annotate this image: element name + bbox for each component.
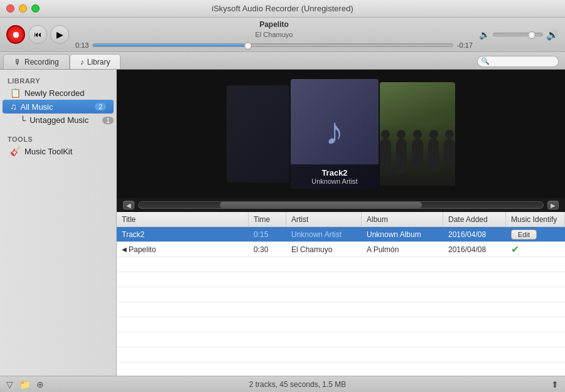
check-icon: ✔ bbox=[511, 243, 519, 255]
speaker-icon: ◀ bbox=[122, 246, 127, 253]
all-music-badge: 2 bbox=[95, 103, 106, 110]
table-row-empty bbox=[117, 302, 565, 317]
window-title: iSkysoft Audio Recorder (Unregistered) bbox=[212, 4, 353, 13]
progress-row: 0:13 -0:17 bbox=[75, 41, 473, 49]
album-track-title: Track2 bbox=[296, 168, 374, 177]
td-title: Track2 bbox=[117, 227, 249, 241]
sidebar-item-newly-recorded[interactable]: 📋 Newly Recorded bbox=[3, 86, 114, 100]
album-area: ♪ Track2 Unknown Artist bbox=[117, 70, 565, 198]
table-row-empty bbox=[117, 287, 565, 302]
newly-recorded-icon: 📋 bbox=[10, 88, 21, 98]
minimize-button[interactable] bbox=[19, 4, 27, 13]
record-button[interactable]: ⏺ bbox=[6, 25, 25, 44]
tab-recording[interactable]: 🎙 Recording bbox=[3, 54, 70, 69]
person-1 bbox=[380, 139, 391, 170]
sidebar-item-all-music[interactable]: ♫ All Music 2 bbox=[3, 100, 114, 114]
maximize-button[interactable] bbox=[31, 4, 40, 13]
th-date-added: Date Added bbox=[443, 212, 506, 226]
td-artist: El Chamuyo bbox=[286, 242, 362, 257]
person-3 bbox=[412, 139, 423, 167]
papelito-title: Papelito bbox=[129, 245, 156, 254]
search-container: 🔍 bbox=[477, 56, 559, 67]
tools-section-header: TOOLS bbox=[0, 133, 116, 144]
scroll-right-button[interactable]: ▶ bbox=[547, 201, 559, 209]
music-toolkit-label: Music ToolKit bbox=[24, 147, 106, 156]
bottom-bar: ▽ 📁 ⊕ 2 tracks, 45 seconds, 1.5 MB ⬆ bbox=[0, 376, 565, 392]
library-tab-icon: ♪ bbox=[80, 58, 84, 66]
table-row-empty bbox=[117, 332, 565, 347]
person-4 bbox=[428, 139, 439, 170]
export-icon[interactable]: ⬆ bbox=[551, 379, 559, 389]
tab-library[interactable]: ♪ Library bbox=[70, 54, 121, 69]
person-5 bbox=[444, 139, 455, 165]
volume-low-icon: 🔈 bbox=[479, 29, 490, 40]
volume-area: 🔈 🔊 bbox=[479, 29, 559, 41]
add-icon[interactable]: ⊕ bbox=[36, 379, 44, 389]
untagged-music-label: Untagged Music bbox=[30, 115, 99, 125]
scroll-thumb bbox=[220, 202, 422, 208]
music-note-icon: ♪ bbox=[325, 110, 344, 153]
table-row[interactable]: Track2 0:15 Unknown Artist Unknown Album… bbox=[117, 227, 565, 242]
table-row-empty bbox=[117, 257, 565, 272]
tab-bar: 🎙 Recording ♪ Library 🔍 bbox=[0, 52, 565, 70]
scroll-track[interactable] bbox=[138, 201, 544, 209]
untagged-indent-icon: └ bbox=[20, 115, 26, 125]
td-title: ◀ Papelito bbox=[117, 242, 249, 257]
search-icon: 🔍 bbox=[481, 57, 490, 65]
sidebar-item-untagged-music[interactable]: └ Untagged Music 1 bbox=[3, 114, 114, 127]
album-card-right bbox=[380, 82, 455, 186]
progress-fill bbox=[93, 44, 247, 46]
td-artist: Unknown Artist bbox=[286, 227, 362, 241]
td-identify: ✔ bbox=[506, 242, 565, 257]
prev-button[interactable]: ⏮ bbox=[28, 25, 47, 44]
album-card-label: Track2 Unknown Artist bbox=[291, 164, 379, 189]
album-card-center: ♪ Track2 Unknown Artist bbox=[291, 79, 379, 189]
transport-bar: ⏺ ⏮ ▶ Papelito El Chamuyo 0:13 -0:17 🔈 🔊 bbox=[0, 18, 565, 52]
progress-area: Papelito El Chamuyo 0:13 -0:17 bbox=[75, 20, 473, 49]
library-section-header: LIBRARY bbox=[0, 75, 116, 86]
person-2 bbox=[396, 139, 407, 173]
track-info: Papelito El Chamuyo bbox=[75, 20, 473, 39]
th-title: Title bbox=[117, 212, 249, 226]
transport-track-title: Papelito bbox=[75, 20, 473, 30]
volume-high-icon: 🔊 bbox=[546, 29, 559, 41]
td-date: 2016/04/08 bbox=[443, 227, 506, 241]
status-text: 2 tracks, 45 seconds, 1.5 MB bbox=[50, 380, 545, 389]
sidebar: LIBRARY 📋 Newly Recorded ♫ All Music 2 └… bbox=[0, 70, 117, 376]
scroll-left-button[interactable]: ◀ bbox=[123, 201, 134, 209]
recording-tab-label: Recording bbox=[24, 58, 59, 66]
content-area: ♪ Track2 Unknown Artist bbox=[117, 70, 565, 376]
th-time: Time bbox=[249, 212, 286, 226]
album-photo bbox=[380, 82, 455, 186]
volume-slider[interactable] bbox=[493, 33, 543, 36]
th-music-identify: Music Identify bbox=[506, 212, 565, 226]
play-button[interactable]: ▶ bbox=[50, 25, 69, 44]
table-row-empty bbox=[117, 317, 565, 332]
main-area: LIBRARY 📋 Newly Recorded ♫ All Music 2 └… bbox=[0, 70, 565, 376]
remaining-time: -0:17 bbox=[457, 41, 473, 49]
recording-tab-icon: 🎙 bbox=[14, 58, 21, 66]
td-album: Unknown Album bbox=[362, 227, 443, 241]
table-body: Track2 0:15 Unknown Artist Unknown Album… bbox=[117, 227, 565, 376]
table-row[interactable]: ◀ Papelito 0:30 El Chamuyo A Pulmón 2016… bbox=[117, 242, 565, 257]
track2-title: Track2 bbox=[122, 230, 144, 239]
album-track-artist: Unknown Artist bbox=[296, 177, 374, 185]
window-controls[interactable] bbox=[6, 4, 40, 13]
td-time: 0:30 bbox=[249, 242, 286, 257]
scroll-controls: ◀ ▶ bbox=[117, 198, 565, 212]
edit-button[interactable]: Edit bbox=[511, 230, 537, 240]
sidebar-item-music-toolkit[interactable]: 🎸 Music ToolKit bbox=[3, 144, 114, 158]
volume-thumb bbox=[528, 31, 535, 39]
th-artist: Artist bbox=[286, 212, 362, 226]
td-identify: Edit bbox=[506, 227, 565, 241]
progress-thumb bbox=[244, 42, 252, 50]
title-bar: iSkysoft Audio Recorder (Unregistered) bbox=[0, 0, 565, 18]
music-toolkit-icon: 🎸 bbox=[10, 146, 21, 156]
folder-icon[interactable]: 📁 bbox=[19, 379, 30, 389]
all-music-label: All Music bbox=[21, 102, 91, 112]
transport-track-artist: El Chamuyo bbox=[75, 30, 473, 39]
music-table: Title Time Artist Album Date Added Music… bbox=[117, 212, 565, 376]
close-button[interactable] bbox=[6, 4, 14, 13]
filter-icon[interactable]: ▽ bbox=[6, 379, 13, 389]
progress-bar[interactable] bbox=[92, 43, 453, 47]
